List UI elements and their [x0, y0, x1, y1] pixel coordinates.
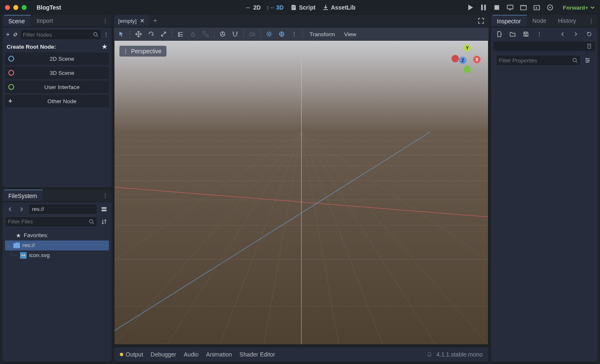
gizmo-z-pos[interactable]: Z	[459, 57, 466, 64]
move-tool[interactable]	[133, 28, 144, 40]
close-tab-icon[interactable]: ✕	[140, 17, 145, 24]
inspector-panel-menu-icon[interactable]: ⋮	[585, 17, 598, 24]
root-other-node[interactable]: + Other Node	[5, 95, 109, 107]
expand-toggle-icon[interactable]: ⌄	[7, 243, 11, 248]
gizmo-y-neg[interactable]	[464, 66, 471, 73]
history-back-button[interactable]	[558, 29, 568, 39]
maximize-window-button[interactable]	[22, 5, 27, 10]
gizmo-x-pos[interactable]: X	[473, 56, 481, 63]
svg-line-31	[114, 132, 301, 344]
minimize-window-button[interactable]	[13, 5, 18, 10]
file-row-icon-svg[interactable]: icon.svg	[5, 250, 109, 260]
scale-tool[interactable]	[158, 28, 169, 40]
inspector-extra-menu-icon[interactable]: ⋮	[534, 29, 544, 39]
fs-back-button[interactable]	[5, 204, 15, 214]
add-scene-tab-button[interactable]: +	[149, 17, 161, 25]
link-icon	[12, 32, 18, 37]
root-2d-scene[interactable]: 2D Scene	[5, 52, 109, 65]
new-resource-button[interactable]	[494, 29, 504, 39]
cube-icon	[219, 31, 226, 37]
notification-bell-icon[interactable]	[426, 352, 432, 357]
group-tool[interactable]	[200, 28, 211, 40]
scene-tab-empty[interactable]: [empty] ✕	[114, 15, 149, 27]
fs-forward-button[interactable]	[17, 204, 27, 214]
history-forward-button[interactable]	[571, 29, 581, 39]
audio-panel-button[interactable]: Audio	[184, 351, 199, 358]
view-menu[interactable]: View	[340, 31, 360, 37]
animation-panel-button[interactable]: Animation	[206, 351, 232, 358]
lock-tool[interactable]	[187, 28, 199, 40]
save-resource-button[interactable]	[521, 29, 531, 39]
perspective-badge[interactable]: ⋮ Perspective	[119, 46, 166, 57]
orientation-gizmo[interactable]: Y X Z	[451, 44, 483, 76]
mode-assetlib-button[interactable]: AssetLib	[322, 4, 355, 11]
tab-history[interactable]: History	[552, 15, 582, 27]
movie-maker-icon[interactable]	[520, 4, 527, 11]
instantiate-scene-button[interactable]	[12, 30, 18, 40]
inspector-resource-path[interactable]	[493, 42, 595, 51]
play-button[interactable]	[466, 4, 474, 11]
fs-filter-search[interactable]	[5, 216, 97, 227]
scene-panel-tabs: Scene Import ⋮	[2, 15, 112, 27]
3d-viewport[interactable]: ⋮ Perspective	[114, 41, 488, 345]
inspector-filter-search[interactable]	[496, 55, 581, 66]
root-3d-scene[interactable]: 3D Scene	[5, 67, 109, 79]
favorite-star-icon[interactable]: ★	[102, 43, 107, 50]
add-node-button[interactable]: +	[5, 30, 11, 40]
close-window-button[interactable]	[5, 5, 10, 10]
inspector-settings-button[interactable]	[583, 55, 593, 65]
snap-options-tool[interactable]	[229, 28, 241, 40]
filesystem-panel-menu-icon[interactable]: ⋮	[99, 192, 112, 199]
version-display: 4.1.1.stable.mono	[426, 351, 483, 358]
scene-filter-search[interactable]	[20, 29, 102, 40]
preview-options-tool[interactable]: ⋮	[288, 28, 300, 40]
svg-rect-10	[102, 210, 107, 211]
stop-button[interactable]	[493, 4, 501, 11]
mode-script-button[interactable]: Script	[290, 4, 316, 11]
snap-tool[interactable]	[217, 28, 228, 40]
fs-path-input[interactable]: res://	[28, 204, 97, 215]
svg-line-39	[301, 132, 488, 344]
remote-debug-icon[interactable]	[506, 4, 514, 11]
history-menu-button[interactable]	[584, 29, 594, 39]
window-controls	[5, 5, 27, 10]
root-user-interface[interactable]: User Interface	[5, 81, 109, 93]
fs-split-mode-button[interactable]	[99, 204, 109, 214]
scene-filter-input[interactable]	[23, 32, 93, 38]
scene-extra-menu-icon[interactable]: ⋮	[103, 30, 109, 40]
tab-import[interactable]: Import	[31, 15, 59, 27]
play-custom-scene-icon[interactable]	[546, 4, 554, 11]
pause-button[interactable]	[480, 4, 487, 11]
favorites-row[interactable]: ★ Favorites:	[5, 230, 109, 240]
sun-preview-tool[interactable]	[263, 28, 275, 40]
tab-filesystem[interactable]: FileSystem	[2, 190, 43, 201]
scene-panel-menu-icon[interactable]: ⋮	[99, 17, 112, 24]
select-tool[interactable]	[116, 28, 127, 40]
output-status-dot	[120, 353, 123, 356]
tab-node[interactable]: Node	[527, 15, 552, 27]
svg-point-45	[573, 58, 576, 62]
output-panel-button[interactable]: Output	[120, 351, 143, 358]
res-root-row[interactable]: ⌄ res://	[5, 240, 109, 250]
fs-filter-input[interactable]	[8, 218, 89, 225]
play-scene-icon[interactable]	[533, 4, 540, 11]
debugger-panel-button[interactable]: Debugger	[151, 351, 176, 358]
tab-inspector[interactable]: Inspector	[491, 15, 527, 26]
mode-3d-button[interactable]: ↕↔ 3D	[268, 4, 284, 11]
environment-preview-tool[interactable]	[276, 28, 288, 40]
shader-editor-panel-button[interactable]: Shader Editor	[240, 351, 275, 358]
gizmo-x-neg[interactable]	[451, 55, 459, 62]
camera-preview-tool[interactable]	[246, 28, 258, 40]
inspector-filter-input[interactable]	[499, 57, 572, 64]
rotate-tool[interactable]	[145, 28, 157, 40]
transform-menu[interactable]: Transform	[305, 31, 339, 37]
mode-2d-button[interactable]: ↔ 2D	[245, 4, 261, 11]
fs-sort-button[interactable]	[99, 217, 109, 227]
object-list-tool[interactable]	[175, 28, 186, 40]
renderer-dropdown[interactable]: Forward+	[563, 5, 595, 11]
load-resource-button[interactable]	[508, 29, 518, 39]
gizmo-y-pos[interactable]: Y	[464, 44, 471, 52]
tab-scene[interactable]: Scene	[2, 15, 31, 26]
node2d-icon	[8, 56, 14, 62]
distraction-free-button[interactable]	[474, 17, 488, 24]
